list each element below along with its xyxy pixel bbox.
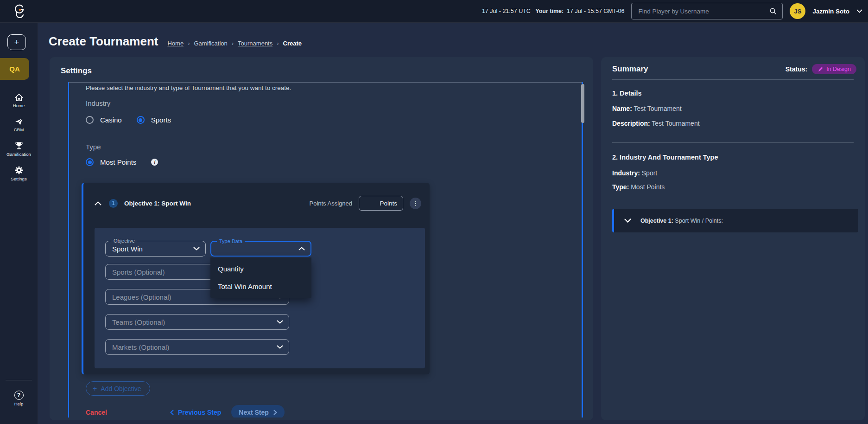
radio-most-points[interactable]	[86, 158, 94, 166]
chevron-up-icon	[298, 247, 310, 251]
objective-title: Objective 1: Sport Win	[124, 200, 191, 207]
summary-row-industry: Industry: Sport	[612, 169, 657, 177]
summary-title: Summary	[612, 64, 648, 74]
chevron-left-icon	[170, 410, 174, 415]
summary-section-heading: 1. Details	[612, 90, 642, 97]
summary-row-name: Name: Test Tournament	[612, 105, 682, 112]
scrollbar-thumb[interactable]	[581, 84, 584, 123]
objective-header: 1 Objective 1: Sport Win Points Assigned…	[95, 196, 421, 211]
breadcrumb-separator: ›	[232, 40, 234, 47]
sidebar-item-label: CRM	[14, 127, 24, 132]
settings-card-title: Settings	[61, 66, 92, 76]
summary-header: Summary Status: In Design	[612, 64, 856, 74]
kebab-menu-icon[interactable]: ⋮	[410, 198, 421, 209]
collapse-chevron-icon[interactable]	[95, 201, 101, 206]
player-search[interactable]	[631, 3, 783, 19]
server-time: 17 Jul - 21:57 UTC Your time: 17 Jul - 1…	[482, 8, 625, 14]
gear-icon	[14, 166, 24, 175]
sidebar-item-label: Home	[13, 103, 25, 108]
summary-objective-text: Objective 1: Sport Win / Points:	[640, 218, 723, 224]
add-new-button[interactable]: +	[7, 34, 26, 50]
breadcrumb-home[interactable]: Home	[167, 40, 184, 47]
industry-radio-group: Casino Sports	[86, 116, 179, 124]
markets-select-placeholder: Markets (Optional)	[106, 343, 169, 351]
menu-option-quantity[interactable]: Quantity	[210, 260, 311, 278]
add-objective-button[interactable]: + Add Objective	[86, 381, 150, 396]
page-header: Create Tournament Home › Gamification › …	[49, 34, 302, 49]
status-label: Status:	[786, 65, 807, 73]
topbar: 17 Jul - 21:57 UTC Your time: 17 Jul - 1…	[0, 0, 868, 23]
divider	[612, 79, 854, 80]
cancel-button[interactable]: Cancel	[86, 409, 107, 416]
search-icon[interactable]	[769, 7, 777, 15]
radio-sports[interactable]	[137, 116, 145, 124]
summary-row-type: Type: Most Points	[612, 183, 665, 191]
objective-select-label: Objective	[111, 238, 137, 244]
plus-icon: +	[93, 385, 97, 393]
teams-select[interactable]: Teams (Optional)	[105, 314, 289, 330]
chevron-down-icon	[277, 345, 289, 349]
chevron-down-icon[interactable]	[624, 218, 631, 223]
user-menu-chevron-icon[interactable]	[856, 9, 862, 13]
type-data-dropdown-menu: Quantity Total Win Amount	[210, 257, 311, 298]
objective-card: 1 Objective 1: Sport Win Points Assigned…	[82, 183, 430, 374]
industry-label: Industry	[86, 99, 110, 107]
main-area: Create Tournament Home › Gamification › …	[38, 22, 868, 424]
search-input[interactable]	[637, 7, 766, 15]
settings-intro-text: Please select the industry and type of T…	[86, 84, 291, 91]
breadcrumb-separator: ›	[188, 40, 190, 47]
chevron-down-icon	[277, 320, 289, 324]
breadcrumb-tournaments[interactable]: Tournaments	[238, 40, 272, 47]
settings-scroll-area: Please select the industry and type of T…	[68, 82, 583, 418]
markets-select[interactable]: Markets (Optional)	[105, 339, 289, 355]
status-value: In Design	[826, 66, 851, 72]
info-icon[interactable]: i	[151, 159, 158, 166]
points-assigned-label: Points Assigned	[309, 200, 352, 207]
points-input[interactable]: Points	[359, 196, 403, 211]
sidebar: + QA Home CRM Gamificati	[0, 22, 38, 424]
breadcrumb-create: Create	[283, 40, 302, 47]
type-data-select[interactable]: Type Data	[210, 241, 311, 257]
radio-casino-label[interactable]: Casino	[100, 116, 122, 124]
add-objective-label: Add Objective	[101, 385, 141, 392]
sidebar-item-label: Help	[14, 401, 24, 406]
help-icon: ?	[14, 391, 24, 400]
objective-select[interactable]: Objective Sport Win	[105, 241, 206, 257]
environment-badge: QA	[0, 58, 29, 80]
sidebar-item-home[interactable]: Home	[0, 93, 38, 108]
chevron-down-icon	[193, 247, 205, 251]
type-label: Type	[86, 143, 101, 151]
radio-most-points-label[interactable]: Most Points	[100, 158, 136, 166]
sidebar-item-crm[interactable]: CRM	[0, 117, 38, 132]
settings-card: Settings Please select the industry and …	[50, 57, 593, 420]
app-logo[interactable]	[0, 3, 38, 19]
summary-objective-row[interactable]: Objective 1: Sport Win / Points:	[612, 209, 858, 232]
send-icon	[14, 117, 24, 126]
sports-select-placeholder: Sports (Optional)	[106, 268, 165, 276]
objective-number-badge: 1	[109, 199, 118, 208]
summary-section-heading: 2. Industry And Tournament Type	[612, 154, 718, 161]
sidebar-item-label: Gamification	[6, 152, 31, 157]
radio-casino[interactable]	[86, 116, 94, 124]
leagues-select-placeholder: Leagues (Optional)	[106, 293, 171, 301]
type-radio-group: Most Points i	[86, 158, 158, 166]
radio-sports-label[interactable]: Sports	[151, 116, 171, 124]
objective-select-value: Sport Win	[106, 245, 143, 253]
breadcrumb-separator: ›	[277, 40, 279, 47]
next-step-button[interactable]: Next Step	[231, 405, 285, 418]
sidebar-item-settings[interactable]: Settings	[0, 166, 38, 181]
breadcrumb-gamification[interactable]: Gamification	[194, 40, 227, 47]
logo-icon	[12, 3, 26, 19]
user-name: Jazmin Soto	[812, 8, 849, 15]
divider	[612, 142, 854, 143]
menu-option-total-win-amount[interactable]: Total Win Amount	[210, 278, 311, 296]
previous-step-label: Previous Step	[178, 409, 221, 416]
avatar[interactable]: JS	[790, 3, 805, 19]
breadcrumb: Home › Gamification › Tournaments › Crea…	[167, 40, 302, 47]
pencil-icon	[817, 66, 824, 72]
teams-select-placeholder: Teams (Optional)	[106, 318, 165, 326]
sidebar-item-gamification[interactable]: Gamification	[0, 141, 38, 157]
sidebar-item-help[interactable]: ? Help	[0, 391, 38, 406]
type-data-select-label: Type Data	[217, 238, 245, 244]
previous-step-button[interactable]: Previous Step	[170, 409, 221, 416]
